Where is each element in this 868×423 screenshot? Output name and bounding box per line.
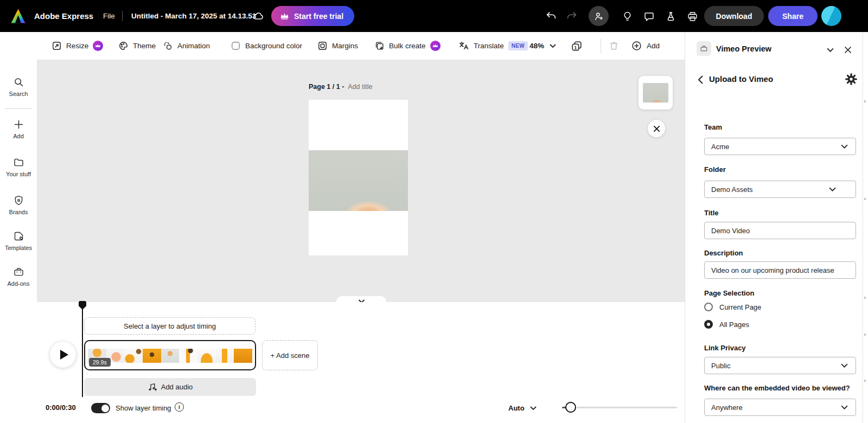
page-number-label: Page 1 / 1 - bbox=[309, 83, 344, 91]
cloud-sync-icon[interactable] bbox=[252, 10, 265, 22]
playback-speed-dropdown[interactable]: Auto bbox=[508, 404, 537, 412]
sidebar-label: Your stuff bbox=[6, 171, 31, 177]
beta-flask-icon[interactable] bbox=[663, 9, 678, 23]
add-scene-button[interactable]: + Add scene bbox=[262, 340, 318, 370]
title-input[interactable] bbox=[704, 222, 856, 239]
design-page[interactable] bbox=[309, 100, 408, 255]
info-icon[interactable]: i bbox=[175, 402, 184, 412]
embed-value: Anywhere bbox=[711, 403, 743, 412]
radio-label: All Pages bbox=[719, 321, 749, 329]
add-audio-button[interactable]: Add audio bbox=[84, 378, 256, 396]
radio-icon[interactable] bbox=[704, 320, 713, 329]
speed-value: Auto bbox=[508, 404, 525, 412]
add-page-label: Add bbox=[647, 42, 660, 50]
crown-icon bbox=[280, 12, 289, 20]
animation-button[interactable]: Animation bbox=[163, 32, 210, 60]
sidebar-item-add[interactable]: Add bbox=[0, 119, 37, 139]
team-select[interactable]: Acme bbox=[704, 138, 856, 155]
link-privacy-value: Public bbox=[711, 362, 730, 370]
redo-button[interactable] bbox=[565, 9, 579, 23]
comments-icon[interactable] bbox=[642, 9, 656, 23]
link-privacy-label: Link Privacy bbox=[704, 344, 746, 352]
dismiss-thumbnail-button[interactable] bbox=[648, 120, 665, 137]
description-input[interactable] bbox=[704, 261, 856, 279]
share-with-people-button[interactable] bbox=[589, 6, 609, 26]
play-button[interactable] bbox=[50, 342, 76, 368]
share-button[interactable]: Share bbox=[768, 6, 818, 26]
embed-select[interactable]: Anywhere bbox=[704, 399, 856, 416]
show-layer-timing-toggle[interactable] bbox=[91, 403, 110, 413]
filmstrip-frame bbox=[197, 349, 216, 363]
clip-duration-badge: 29.9s bbox=[89, 358, 111, 367]
sidebar-label: Search bbox=[9, 91, 28, 97]
description-label: Description bbox=[704, 249, 743, 257]
adobe-express-logo-icon[interactable] bbox=[11, 9, 25, 23]
left-rail: Search Add Your stuff B Brands Templates… bbox=[0, 32, 37, 423]
sidebar-item-add-ons[interactable]: Add-ons bbox=[0, 266, 37, 287]
filmstrip-frame bbox=[179, 349, 197, 363]
timeline-zoom-slider-handle[interactable] bbox=[565, 402, 576, 413]
app-title: Adobe Express bbox=[34, 11, 93, 21]
radio-current-page[interactable]: Current Page bbox=[704, 303, 761, 311]
team-value: Acme bbox=[711, 143, 729, 151]
brand-shield-icon: B bbox=[13, 195, 24, 206]
trial-label: Start free trial bbox=[294, 12, 343, 21]
bulk-create-button[interactable]: Bulk create bbox=[374, 32, 441, 60]
resize-label: Resize bbox=[66, 42, 88, 50]
sidebar-item-brands[interactable]: B Brands bbox=[0, 195, 37, 215]
layer-timing-hint: Select a layer to adjust timing bbox=[84, 317, 256, 335]
start-free-trial-button[interactable]: Start free trial bbox=[271, 6, 354, 26]
video-layer-preview[interactable] bbox=[309, 150, 408, 211]
add-page-button[interactable]: Add bbox=[631, 32, 660, 60]
timeline-zoom-slider-track[interactable] bbox=[577, 407, 677, 408]
file-menu[interactable]: File bbox=[103, 12, 115, 20]
sidebar-item-your-stuff[interactable]: Your stuff bbox=[0, 157, 37, 177]
chevron-down-icon bbox=[829, 187, 836, 192]
radio-all-pages[interactable]: All Pages bbox=[704, 320, 749, 329]
folder-select[interactable]: Demo Assets bbox=[704, 181, 856, 198]
download-button[interactable]: Download bbox=[704, 6, 764, 26]
delete-page-button[interactable] bbox=[609, 32, 619, 60]
close-panel-button[interactable] bbox=[841, 43, 854, 56]
add-audio-label: Add audio bbox=[161, 383, 193, 391]
add-title-hint[interactable]: Add title bbox=[348, 83, 372, 91]
filmstrip-frame bbox=[143, 349, 161, 363]
margins-button[interactable]: Margins bbox=[317, 32, 358, 60]
floating-video-thumbnail[interactable] bbox=[639, 76, 673, 110]
settings-gear-icon[interactable] bbox=[845, 72, 859, 86]
search-icon bbox=[13, 76, 24, 88]
scene-clip[interactable]: 29.9s bbox=[84, 340, 256, 370]
theme-palette-icon bbox=[118, 41, 129, 51]
radio-label: Current Page bbox=[719, 303, 761, 311]
radio-icon[interactable] bbox=[704, 303, 713, 311]
print-icon[interactable] bbox=[685, 9, 699, 23]
theme-button[interactable]: Theme bbox=[118, 32, 156, 60]
pages-view-button[interactable]: 1 bbox=[571, 32, 583, 60]
design-canvas-area[interactable]: Page 1 / 1 - Add title bbox=[37, 60, 685, 302]
resize-button[interactable]: Resize bbox=[52, 32, 103, 60]
sidebar-item-search[interactable]: Search bbox=[0, 76, 37, 97]
link-privacy-select[interactable]: Public bbox=[704, 357, 856, 374]
back-button[interactable] bbox=[694, 73, 707, 86]
background-color-button[interactable]: Background color bbox=[231, 32, 302, 60]
chevron-down-icon bbox=[841, 405, 848, 410]
translate-button[interactable]: Translate NEW bbox=[458, 32, 528, 60]
undo-button[interactable] bbox=[544, 9, 558, 23]
chevron-down-icon bbox=[827, 48, 834, 53]
addon-case-icon bbox=[700, 44, 708, 53]
collapse-panel-button[interactable] bbox=[824, 43, 837, 56]
chevron-down-icon bbox=[841, 363, 848, 368]
header-divider bbox=[122, 11, 123, 21]
document-title[interactable]: Untitled - March 17, 2025 at 14.13.53 bbox=[131, 12, 256, 20]
sidebar-item-templates[interactable]: Templates bbox=[0, 230, 37, 251]
filmstrip bbox=[88, 349, 252, 363]
zoom-level-dropdown[interactable]: 48% bbox=[529, 32, 556, 60]
margins-label: Margins bbox=[332, 42, 358, 50]
premium-crown-icon bbox=[93, 41, 103, 51]
title-label: Title bbox=[704, 209, 719, 217]
translate-label: Translate bbox=[474, 42, 504, 50]
account-avatar[interactable] bbox=[821, 6, 841, 26]
theme-label: Theme bbox=[133, 42, 156, 50]
person-add-icon bbox=[593, 11, 604, 22]
ideas-lightbulb-icon[interactable] bbox=[620, 9, 634, 23]
